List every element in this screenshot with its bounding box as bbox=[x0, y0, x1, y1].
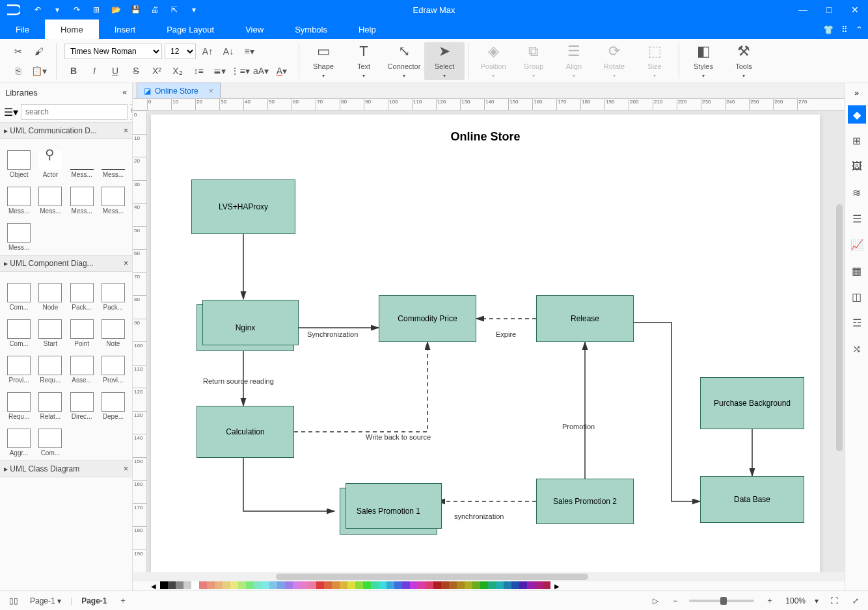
library-shape[interactable]: Actor bbox=[35, 143, 65, 178]
increase-font-button[interactable]: A↑ bbox=[198, 44, 217, 59]
color-swatch[interactable] bbox=[277, 581, 285, 589]
menu-home[interactable]: Home bbox=[45, 20, 99, 39]
text-tool[interactable]: TText▾ bbox=[344, 42, 384, 80]
library-shape[interactable]: Pack... bbox=[98, 276, 128, 311]
copy-button[interactable]: ⎘ bbox=[9, 63, 27, 79]
color-swatch[interactable] bbox=[480, 581, 488, 589]
zoom-out-button[interactable]: − bbox=[670, 596, 680, 605]
color-swatch[interactable] bbox=[223, 581, 230, 589]
diagram-node-release[interactable]: Release bbox=[536, 295, 634, 342]
color-swatch[interactable] bbox=[387, 581, 394, 589]
export-button[interactable]: ⇱ bbox=[165, 2, 183, 18]
color-swatch[interactable] bbox=[433, 581, 441, 589]
menu-insert[interactable]: Insert bbox=[99, 20, 152, 39]
color-swatch[interactable] bbox=[449, 581, 457, 589]
library-menu-icon[interactable]: ☰▾ bbox=[4, 106, 18, 118]
diagram-node-promo2[interactable]: Sales Promotion 2 bbox=[536, 479, 634, 524]
menu-help[interactable]: Help bbox=[343, 20, 392, 39]
library-shape[interactable]: Com... bbox=[4, 312, 34, 347]
color-swatch[interactable] bbox=[402, 581, 410, 589]
color-swatch[interactable] bbox=[160, 581, 168, 589]
color-swatch[interactable] bbox=[418, 581, 426, 589]
new-button[interactable]: ⊞ bbox=[87, 2, 105, 18]
color-swatch[interactable] bbox=[465, 581, 472, 589]
library-shape[interactable]: Mess... bbox=[67, 143, 97, 178]
undo-button[interactable]: ↶ bbox=[29, 2, 47, 18]
color-swatch[interactable] bbox=[363, 581, 371, 589]
fit-screen-icon[interactable]: ⛶ bbox=[828, 596, 841, 605]
color-swatch[interactable] bbox=[355, 581, 363, 589]
diagram-node-purchase[interactable]: Purchase Background bbox=[700, 377, 804, 429]
library-shape[interactable]: Requ... bbox=[35, 349, 65, 384]
library-shape[interactable]: Pack... bbox=[67, 276, 97, 311]
color-swatch[interactable] bbox=[441, 581, 449, 589]
color-swatch[interactable] bbox=[191, 581, 199, 589]
styles-tool[interactable]: ◧Styles▾ bbox=[683, 42, 724, 80]
library-shape[interactable]: Provi... bbox=[4, 349, 34, 384]
diagram-node-price[interactable]: Commodity Price bbox=[379, 295, 476, 342]
color-swatch[interactable] bbox=[301, 581, 308, 589]
maximize-button[interactable]: □ bbox=[816, 0, 842, 20]
color-swatch[interactable] bbox=[394, 581, 402, 589]
color-swatch[interactable] bbox=[543, 581, 550, 589]
library-category-header[interactable]: ▸ UML Communication D...× bbox=[0, 122, 132, 139]
library-shape[interactable]: Mess... bbox=[67, 179, 97, 215]
library-search-input[interactable] bbox=[21, 104, 128, 120]
page-selector[interactable]: Page-1 ▾ bbox=[30, 596, 61, 605]
bullets-button[interactable]: ≣▾ bbox=[210, 63, 228, 79]
apps-icon[interactable]: ⠿ bbox=[841, 25, 848, 34]
color-swatch[interactable] bbox=[488, 581, 496, 589]
open-button[interactable]: 📂 bbox=[107, 2, 125, 18]
color-swatch[interactable] bbox=[379, 581, 387, 589]
qr-icon[interactable]: ⊞ bbox=[848, 131, 866, 150]
library-shape[interactable]: Mess... bbox=[4, 216, 34, 251]
properties-icon[interactable]: ☰ bbox=[848, 209, 866, 228]
library-shape[interactable]: Note bbox=[98, 312, 128, 347]
menu-file[interactable]: File bbox=[0, 20, 45, 39]
color-swatch[interactable] bbox=[410, 581, 418, 589]
diagram-node-lvs[interactable]: LVS+HAProxy bbox=[191, 179, 295, 234]
numbering-button[interactable]: ⋮≡▾ bbox=[231, 63, 249, 79]
undo-dropdown[interactable]: ▾ bbox=[48, 2, 66, 18]
color-swatch[interactable] bbox=[426, 581, 433, 589]
diagram-node-nginx[interactable]: Nginx bbox=[197, 304, 294, 351]
menu-page-layout[interactable]: Page Layout bbox=[151, 20, 230, 39]
library-shape[interactable]: Mess... bbox=[98, 179, 128, 215]
color-swatch[interactable] bbox=[199, 581, 207, 589]
close-tab-icon[interactable]: × bbox=[209, 86, 213, 96]
color-swatch[interactable] bbox=[332, 581, 340, 589]
diagram-node-promo1[interactable]: Sales Promotion 1 bbox=[340, 488, 437, 535]
tshirt-icon[interactable]: 👕 bbox=[823, 25, 834, 34]
palette-prev[interactable]: ◀ bbox=[147, 581, 160, 590]
strikethrough-button[interactable]: S bbox=[127, 63, 145, 79]
case-button[interactable]: aA▾ bbox=[252, 63, 270, 79]
superscript-button[interactable]: X² bbox=[148, 63, 166, 79]
library-shape[interactable]: Direc... bbox=[67, 385, 97, 420]
color-swatch[interactable] bbox=[347, 581, 355, 589]
library-shape[interactable]: Node bbox=[35, 276, 65, 311]
shape-tool[interactable]: ▭Shape▾ bbox=[303, 42, 344, 80]
expand-rail-icon[interactable]: » bbox=[854, 88, 859, 98]
image-icon[interactable]: 🖼 bbox=[848, 157, 866, 176]
zoom-in-button[interactable]: ＋ bbox=[763, 595, 776, 606]
connector-tool[interactable]: ⤡Connector▾ bbox=[384, 42, 424, 80]
pages-icon[interactable]: ▯▯ bbox=[7, 596, 21, 605]
library-shape[interactable]: Object bbox=[4, 143, 34, 178]
decrease-font-button[interactable]: A↓ bbox=[219, 44, 237, 59]
diagram-node-calc[interactable]: Calculation bbox=[197, 406, 294, 458]
library-shape[interactable]: Com... bbox=[35, 421, 65, 457]
horizontal-scrollbar[interactable] bbox=[133, 572, 845, 581]
tools-tool[interactable]: ⚒Tools▾ bbox=[724, 42, 764, 80]
paste-button[interactable]: 📋▾ bbox=[30, 63, 48, 79]
library-shape[interactable]: Com... bbox=[4, 276, 34, 311]
color-swatch[interactable] bbox=[535, 581, 543, 589]
library-shape[interactable]: Mess... bbox=[98, 143, 128, 178]
italic-button[interactable]: I bbox=[85, 63, 103, 79]
layers-icon[interactable]: ≋ bbox=[848, 183, 866, 202]
zoom-slider[interactable] bbox=[689, 600, 754, 602]
color-swatch[interactable] bbox=[519, 581, 527, 589]
color-swatch[interactable] bbox=[238, 581, 246, 589]
save-button[interactable]: 💾 bbox=[126, 2, 144, 18]
theme-icon[interactable]: ◆ bbox=[848, 105, 866, 124]
color-swatch[interactable] bbox=[168, 581, 176, 589]
